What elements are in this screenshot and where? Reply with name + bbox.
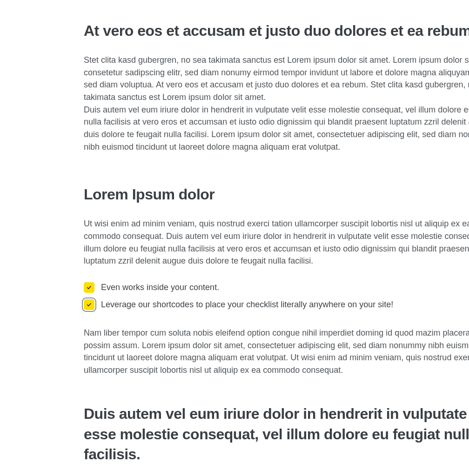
paragraph-2b: Nam liber tempor cum soluta nobis eleife…: [84, 327, 469, 377]
checklist-item: Leverage our shortcodes to place your ch…: [84, 299, 469, 310]
paragraph-1b: Duis autem vel eum iriure dolor in hendr…: [84, 104, 469, 153]
checklist-item: Even works inside your content.: [84, 282, 469, 293]
paragraph-1a: Stet clita kasd gubergren, no sea takima…: [84, 54, 469, 104]
checkbox-checked-icon[interactable]: [84, 282, 94, 293]
paragraph-2a: Ut wisi enim ad minim veniam, quis nostr…: [84, 218, 469, 267]
checklist-item-label: Even works inside your content.: [101, 283, 219, 292]
section-2: Lorem Ipsum dolor Ut wisi enim ad minim …: [84, 185, 469, 376]
checklist: Even works inside your content. Leverage…: [84, 282, 469, 310]
heading-3: Duis autem vel eum iriure dolor in hendr…: [84, 404, 469, 464]
checkbox-checked-icon[interactable]: [84, 299, 94, 310]
heading-1: At vero eos et accusam et justo duo dolo…: [84, 21, 469, 41]
section-1: At vero eos et accusam et justo duo dolo…: [84, 21, 469, 153]
section-3: Duis autem vel eum iriure dolor in hendr…: [84, 404, 469, 476]
checklist-item-label: Leverage our shortcodes to place your ch…: [101, 300, 393, 310]
heading-2: Lorem Ipsum dolor: [84, 185, 469, 205]
